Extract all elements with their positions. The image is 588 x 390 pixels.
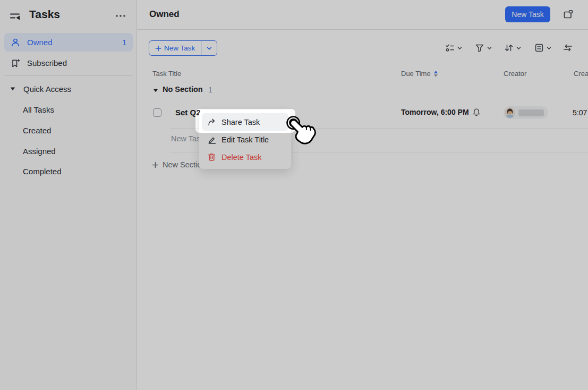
owned-count-badge: 1 xyxy=(122,38,126,47)
caret-down-icon xyxy=(10,86,15,91)
share-icon xyxy=(207,117,216,126)
edit-icon xyxy=(207,135,216,144)
task-checkbox[interactable] xyxy=(153,108,161,117)
sidebar-item-owned[interactable]: Owned 1 xyxy=(4,33,133,52)
new-task-dropdown-button[interactable] xyxy=(201,41,217,55)
menu-item-edit-task-title[interactable]: Edit Task Title xyxy=(202,131,288,148)
ellipsis-icon[interactable] xyxy=(114,11,127,21)
columns-settings-button[interactable] xyxy=(563,43,573,53)
filter-button[interactable] xyxy=(475,43,492,53)
sort-asc-icon xyxy=(434,71,438,77)
menu-item-label: Edit Task Title xyxy=(221,135,269,144)
menu-item-label: Delete Task xyxy=(221,153,262,162)
sidebar-item-subscribed[interactable]: Subscribed xyxy=(4,54,133,72)
task-due-time[interactable]: Tomorrow, 6:00 PM xyxy=(401,108,481,116)
display-options-button[interactable] xyxy=(445,43,463,53)
column-header-creator[interactable]: Creator xyxy=(504,70,526,78)
plus-icon xyxy=(152,162,159,168)
page-title: Owned xyxy=(149,9,180,20)
chevron-down-icon xyxy=(457,45,463,51)
menu-item-label: Share Task xyxy=(221,118,260,126)
bookmark-add-icon xyxy=(11,58,20,68)
sort-icon xyxy=(504,43,514,53)
sort-button[interactable] xyxy=(504,43,522,53)
group-icon xyxy=(534,43,544,53)
column-header-due-time[interactable]: Due Time xyxy=(401,70,438,78)
tasks-app: Tasks Owned 1 Subscribed Quick Access Al… xyxy=(0,0,588,390)
sidebar-item-label: Owned xyxy=(27,38,53,47)
sidebar-item-assigned[interactable]: Assigned xyxy=(0,141,137,162)
display-options-icon xyxy=(445,43,455,53)
group-view-button[interactable] xyxy=(534,43,552,53)
bell-icon xyxy=(472,108,481,116)
chevron-down-icon xyxy=(487,45,492,51)
due-time-text: Tomorrow, 6:00 PM xyxy=(401,108,469,116)
quick-access-label: Quick Access xyxy=(23,84,71,94)
sidebar-item-label: Subscribed xyxy=(27,58,67,67)
sidebar-divider xyxy=(4,75,133,76)
new-task-split-button: New Task xyxy=(149,40,217,56)
chevron-down-icon xyxy=(546,45,552,51)
task-context-menu: Share Task Edit Task Title Delete Task xyxy=(199,110,291,169)
new-section-button[interactable]: New Section xyxy=(152,160,206,169)
creator-avatar xyxy=(505,107,515,118)
section-caret-down-icon[interactable] xyxy=(153,88,158,93)
sidebar-item-completed[interactable]: Completed xyxy=(0,162,137,182)
open-in-window-icon[interactable] xyxy=(563,9,574,21)
columns-icon xyxy=(563,43,573,53)
plus-icon xyxy=(155,45,161,52)
sidebar-title: Tasks xyxy=(29,8,60,21)
menu-item-delete-task[interactable]: Delete Task xyxy=(202,148,288,166)
chevron-down-icon xyxy=(516,45,522,51)
sidebar: Tasks Owned 1 Subscribed Quick Access Al… xyxy=(0,0,137,390)
due-time-header-label: Due Time xyxy=(401,70,431,78)
trash-icon xyxy=(207,152,216,162)
sidebar-item-created[interactable]: Created xyxy=(0,121,137,141)
new-task-inline-label: New Task xyxy=(164,44,195,52)
new-task-button[interactable]: New Task xyxy=(505,6,550,22)
quick-access-header[interactable]: Quick Access xyxy=(0,80,137,97)
creator-name-redacted xyxy=(518,109,544,116)
tasks-logo-icon xyxy=(8,10,21,22)
section-count: 1 xyxy=(208,86,212,94)
sidebar-item-all-tasks[interactable]: All Tasks xyxy=(0,100,137,120)
task-created-time: 5:07 xyxy=(573,108,587,117)
column-header-created-clipped[interactable]: Crea xyxy=(574,70,588,78)
section-label[interactable]: No Section xyxy=(163,85,203,94)
person-icon xyxy=(11,38,20,47)
new-task-inline-button[interactable]: New Task xyxy=(149,41,201,55)
column-header-task-title[interactable]: Task Title xyxy=(152,70,181,78)
menu-item-share-task[interactable]: Share Task xyxy=(202,113,288,131)
creator-cell[interactable] xyxy=(504,106,548,119)
filter-icon xyxy=(475,43,484,53)
